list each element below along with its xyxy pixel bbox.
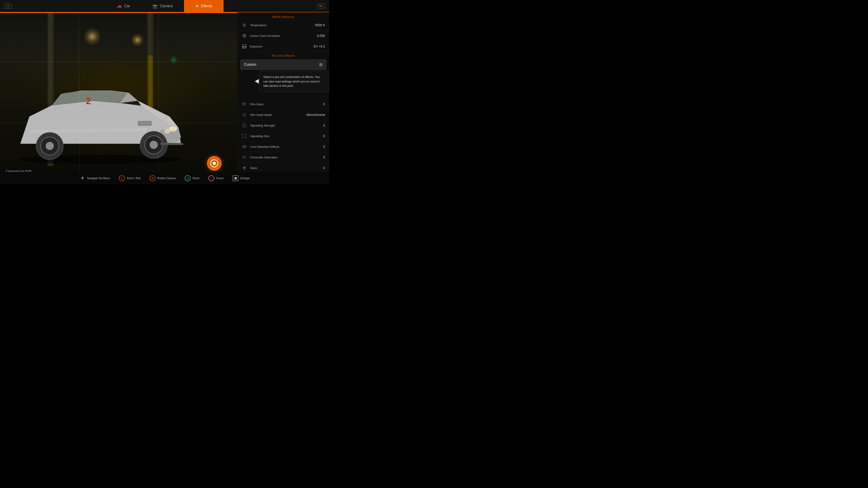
tab-effects[interactable]: ☀ Effects <box>184 0 223 12</box>
cursor-arrow <box>255 79 259 84</box>
exposure-value: EV +0.2 <box>314 44 325 48</box>
svg-point-37 <box>244 113 245 113</box>
film-grain-mode-icon <box>241 112 247 118</box>
effects-icon: ☀ <box>195 4 199 8</box>
svg-point-38 <box>245 113 246 114</box>
lens-distortion-row[interactable]: Lens Distortion Effects 0 <box>237 141 329 152</box>
zoom-label: Zoom / Roll <box>127 177 141 180</box>
right-panel: White Balance Temperature 6500 K Colour … <box>237 13 329 172</box>
vignetting-strength-label: Vignetting Strength <box>250 124 323 127</box>
control-rotate: R Rotate Camera <box>150 175 176 181</box>
shoot-button-icon <box>210 159 218 167</box>
glare-icon <box>241 165 247 171</box>
svg-point-36 <box>243 113 243 114</box>
svg-line-20 <box>245 26 246 26</box>
preset-grid-icon: ⊞ <box>319 62 322 67</box>
ceiling-light-2 <box>131 33 144 47</box>
navigate-label: Navigate the Menu <box>87 177 110 180</box>
svg-point-29 <box>244 103 245 103</box>
vignetting-strength-value: 0 <box>323 124 325 127</box>
glare-label: Glare <box>250 166 323 170</box>
traffic-light <box>169 55 178 64</box>
svg-point-30 <box>245 103 246 104</box>
bottom-controls-bar: ✛ Navigate the Menu L Zoom / Roll R Rota… <box>0 172 329 184</box>
svg-line-19 <box>243 24 244 24</box>
colour-cast-value: 0.000 <box>317 34 325 37</box>
film-grain-mode-value: Monochrome <box>307 113 325 117</box>
temperature-row[interactable]: Temperature 6500 K <box>237 20 329 31</box>
svg-point-5 <box>150 141 158 149</box>
focus-label: Focus <box>216 177 223 180</box>
temperature-icon <box>241 22 247 28</box>
svg-point-35 <box>245 105 245 106</box>
colour-cast-label: Colour Cast Correction <box>250 34 317 37</box>
svg-text:2: 2 <box>86 96 91 106</box>
temperature-label: Temperature <box>250 24 315 27</box>
svg-rect-27 <box>243 46 246 48</box>
tab-effects-label: Effects <box>201 4 212 8</box>
chromatic-aberration-label: Chromatic Aberration <box>250 156 323 159</box>
white-balance-header: White Balance <box>237 13 329 20</box>
control-navigate: ✛ Navigate the Menu <box>80 175 110 181</box>
r1-button[interactable]: R1 <box>317 4 324 8</box>
svg-line-60 <box>243 169 243 169</box>
film-grain-mode-row[interactable]: Film Grain Mode Monochrome <box>237 109 329 120</box>
l1-button[interactable]: L1 <box>4 4 11 8</box>
enlarge-label: Enlarge <box>240 177 250 180</box>
shoot-button[interactable] <box>207 156 221 170</box>
svg-point-41 <box>246 115 246 115</box>
svg-point-52 <box>244 167 245 168</box>
vignetting-size-row[interactable]: Vignetting Size 0 <box>237 131 329 141</box>
preset-dropdown-container: Custom ⊞ Select a pre-set combination of… <box>237 60 329 70</box>
svg-point-44 <box>245 116 246 116</box>
tab-car[interactable]: 🚗 Car <box>105 0 141 12</box>
svg-point-32 <box>244 104 245 104</box>
colour-cast-icon <box>241 33 247 39</box>
exposure-row[interactable]: Exposure EV +0.2 <box>237 41 329 52</box>
vignetting-size-value: 0 <box>323 134 325 138</box>
vignetting-strength-row[interactable]: Vignetting Strength 0 <box>237 120 329 131</box>
svg-rect-12 <box>138 121 151 126</box>
top-accent-line <box>0 12 237 13</box>
svg-point-47 <box>243 124 246 127</box>
svg-line-57 <box>243 166 243 167</box>
svg-point-33 <box>245 104 246 105</box>
tab-camera[interactable]: 📷 Camera <box>141 0 184 12</box>
tab-camera-label: Camera <box>160 4 173 8</box>
chromatic-aberration-icon <box>241 154 247 160</box>
film-grain-row[interactable]: Film Grain 0 <box>237 99 329 109</box>
preset-value: Custom <box>244 63 319 67</box>
camera-icon: 📷 <box>153 4 158 8</box>
preset-dropdown[interactable]: Custom ⊞ <box>241 60 326 70</box>
svg-point-42 <box>243 116 243 116</box>
svg-point-28 <box>243 103 244 103</box>
car-svg: 2 Mercedes-Benz AMG BRIDGESTONE <box>7 71 192 166</box>
svg-point-39 <box>243 115 243 115</box>
lens-distortion-icon <box>241 144 247 150</box>
svg-line-58 <box>245 169 246 169</box>
temperature-value: 6500 K <box>315 23 325 27</box>
film-grain-label: Film Grain <box>250 103 323 106</box>
chromatic-aberration-row[interactable]: Chromatic Aberration 0 <box>237 152 329 163</box>
top-nav-bar: L1 🚗 Car 📷 Camera ☀ Effects R1 <box>0 0 329 12</box>
car-icon: 🚗 <box>117 4 122 8</box>
lens-distortion-value: 0 <box>323 145 325 149</box>
preset-effects-header: Pre-Set Effects <box>237 52 329 59</box>
control-focus: □ Focus <box>209 175 223 181</box>
colour-cast-row[interactable]: Colour Cast Correction 0.000 <box>237 31 329 41</box>
tab-car-label: Car <box>124 4 130 8</box>
triangle-icon: △ <box>185 175 191 181</box>
glare-row[interactable]: Glare 0 <box>237 163 329 172</box>
svg-line-21 <box>245 24 246 24</box>
r-button-icon: R <box>150 175 156 181</box>
svg-point-31 <box>243 104 243 105</box>
control-shoot: △ Shoot <box>185 175 199 181</box>
vignetting-strength-icon <box>241 123 247 128</box>
svg-point-34 <box>243 105 244 105</box>
svg-line-59 <box>245 166 246 167</box>
glare-value: 0 <box>323 166 325 170</box>
lens-distortion-label: Lens Distortion Effects <box>250 145 323 149</box>
svg-point-43 <box>244 116 245 116</box>
film-grain-value: 0 <box>323 102 325 106</box>
svg-text:AMG: AMG <box>97 109 102 111</box>
